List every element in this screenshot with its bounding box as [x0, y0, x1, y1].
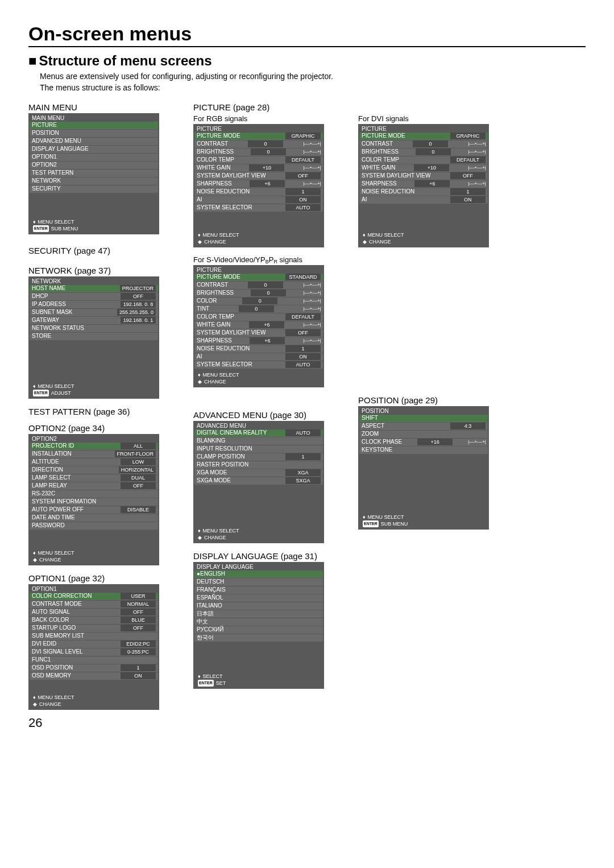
advanced-menu-box: ADVANCED MENU DIGITAL CINEMA REALITYAUTO… — [193, 421, 324, 543]
menu-row[interactable]: BRIGHTNESS0 |-—+—-+| — [194, 148, 323, 156]
menu-row[interactable]: POSITION — [30, 130, 158, 137]
menu-row[interactable]: COLOR CORRECTIONUSER — [30, 593, 158, 600]
menu-row[interactable]: BLANKING — [194, 437, 323, 445]
menu-row[interactable]: SYSTEM SELECTORAUTO — [194, 204, 323, 212]
enter-icon: ENTER — [363, 520, 379, 527]
menu-row[interactable]: ASPECT4:3 — [359, 423, 488, 430]
menu-row[interactable]: SUB MEMORY LIST — [30, 633, 158, 640]
menu-row[interactable]: PASSWORD — [30, 522, 158, 530]
menu-row[interactable]: NOISE REDUCTION1 — [359, 188, 488, 196]
menu-row[interactable]: SYSTEM DAYLIGHT VIEWOFF — [194, 329, 323, 337]
menu-row[interactable]: DVI SIGNAL LEVEL0-255:PC — [30, 648, 158, 656]
menu-row[interactable]: OSD POSITION1 — [30, 664, 158, 672]
menu-row[interactable]: PICTURE MODEGRAPHIC — [194, 133, 323, 140]
menu-row[interactable]: SHIFT — [359, 415, 488, 422]
menu-row[interactable]: SUBNET MASK255.255.255. 0 — [30, 309, 158, 316]
menu-row[interactable]: AUTO POWER OFFDISABLE — [30, 506, 158, 514]
menu-row[interactable]: DISPLAY LANGUAGE — [30, 146, 158, 153]
menu-row[interactable]: RASTER POSITION — [194, 461, 323, 469]
menu-row[interactable]: RS-232C — [30, 490, 158, 498]
menu-row[interactable]: CONTRAST MODENORMAL — [30, 601, 158, 608]
for-svideo-label: For S-Video/Video/YPBPR signals — [193, 255, 341, 264]
menu-row[interactable]: INSTALLATIONFRONT-FLOOR — [30, 450, 158, 458]
updown-icon: ♦ — [363, 232, 366, 238]
menu-row[interactable]: SECURITY — [30, 185, 158, 193]
menu-row[interactable]: DEUTSCH — [194, 578, 323, 586]
menu-row[interactable]: ●ENGLISH — [194, 571, 323, 578]
menu-row[interactable]: BRIGHTNESS0 |-—+—-+| — [359, 148, 488, 156]
menu-row[interactable]: KEYSTONE — [359, 447, 488, 454]
menu-row[interactable]: PICTURE MODEGRAPHIC — [359, 133, 488, 140]
menu-row[interactable]: TEST PATTERN — [30, 170, 158, 177]
menu-row[interactable]: NETWORK STATUS — [30, 325, 158, 332]
menu-row[interactable]: DIRECTIONHORIZONTAL — [30, 466, 158, 474]
menu-row[interactable]: HOST NAMEPROJECTOR — [30, 285, 158, 292]
menu-row[interactable]: AION — [194, 353, 323, 361]
menu-row[interactable]: SYSTEM DAYLIGHT VIEWOFF — [194, 172, 323, 180]
menu-row[interactable]: NETWORK — [30, 177, 158, 185]
menu-row[interactable]: COLOR0 |-—+—-+| — [194, 297, 323, 305]
menu-row[interactable]: STARTUP LOGOOFF — [30, 625, 158, 632]
option2-label: OPTION2 (page 34) — [28, 423, 176, 433]
menu-row[interactable]: ALTITUDELOW — [30, 458, 158, 466]
menu-row[interactable]: DIGITAL CINEMA REALITYAUTO — [194, 429, 323, 437]
menu-row[interactable]: BACK COLORBLUE — [30, 617, 158, 624]
menu-row[interactable]: ESPAÑOL — [194, 594, 323, 602]
display-language-box: DISPLAY LANGUAGE ●ENGLISHDEUTSCHFRANÇAIS… — [193, 562, 324, 689]
menu-row[interactable]: INPUT RESOLUTION — [194, 445, 323, 453]
menu-row[interactable]: CONTRAST0 |-—+—-+| — [194, 140, 323, 148]
menu-row[interactable]: SYSTEM SELECTORAUTO — [194, 361, 323, 369]
menu-row[interactable]: BRIGHTNESS0 |-—+—-+| — [194, 290, 323, 297]
menu-row[interactable]: GATEWAY192.168. 0. 1 — [30, 317, 158, 324]
leftright-icon: ◆ — [33, 556, 37, 563]
menu-row[interactable]: COLOR TEMPDEFAULT — [194, 156, 323, 164]
menu-row[interactable]: WHITE GAIN+10 |-—+—-+| — [359, 164, 488, 172]
menu-row[interactable]: PROJECTOR IDALL — [30, 443, 158, 450]
page-number: 26 — [28, 716, 176, 730]
menu-row[interactable]: DVI EDIDEDID2:PC — [30, 640, 158, 648]
updown-icon: ♦ — [33, 694, 36, 701]
menu-row[interactable]: DATE AND TIME — [30, 514, 158, 522]
menu-row[interactable]: NOISE REDUCTION1 — [194, 188, 323, 196]
menu-row[interactable]: LAMP SELECTDUAL — [30, 474, 158, 482]
menu-row[interactable]: IP ADDRESS192.168. 0. 8 — [30, 301, 158, 308]
menu-row[interactable]: LAMP RELAYOFF — [30, 482, 158, 490]
menu-row[interactable]: 中文 — [194, 618, 323, 626]
menu-row[interactable]: OPTION1 — [30, 154, 158, 161]
menu-row[interactable]: WHITE GAIN+10 |-—+—-+| — [194, 164, 323, 172]
menu-row[interactable]: AUTO SIGNALOFF — [30, 609, 158, 616]
menu-row[interactable]: NOISE REDUCTION1 — [194, 345, 323, 353]
enter-icon: ENTER — [33, 390, 49, 396]
menu-row[interactable]: FUNC1 — [30, 656, 158, 664]
menu-row[interactable]: ITALIANO — [194, 602, 323, 610]
menu-row[interactable]: 日本語 — [194, 610, 323, 618]
menu-row[interactable]: ZOOM — [359, 431, 488, 438]
menu-row[interactable]: FRANÇAIS — [194, 586, 323, 594]
menu-row[interactable]: COLOR TEMPDEFAULT — [359, 156, 488, 164]
menu-row[interactable]: CLAMP POSITION1 — [194, 453, 323, 461]
menu-row[interactable]: PICTURE MODESTANDARD — [194, 274, 323, 281]
menu-row[interactable]: SXGA MODESXGA — [194, 477, 323, 485]
menu-row[interactable]: COLOR TEMPDEFAULT — [194, 313, 323, 321]
menu-row[interactable]: OSD MEMORYON — [30, 672, 158, 680]
menu-row[interactable]: SYSTEM DAYLIGHT VIEWOFF — [359, 172, 488, 180]
menu-row[interactable]: 한국어 — [194, 634, 323, 642]
menu-row[interactable]: XGA MODEXGA — [194, 469, 323, 477]
menu-row[interactable]: ADVANCED MENU — [30, 138, 158, 145]
menu-row[interactable]: STORE — [30, 333, 158, 340]
menu-row[interactable]: CONTRAST0 |-—+—-+| — [359, 140, 488, 148]
menu-row[interactable]: TINT0 |-—+—-+| — [194, 305, 323, 313]
menu-row[interactable]: SHARPNESS+6 |-—+—-+| — [194, 337, 323, 345]
menu-row[interactable]: OPTION2 — [30, 162, 158, 169]
menu-row[interactable]: DHCPOFF — [30, 293, 158, 300]
menu-row[interactable]: PICTURE — [30, 122, 158, 129]
menu-row[interactable]: WHITE GAIN+6 |-—+—-+| — [194, 321, 323, 329]
menu-row[interactable]: AION — [194, 196, 323, 204]
menu-row[interactable]: CONTRAST0 |-—+—-+| — [194, 282, 323, 289]
menu-row[interactable]: SHARPNESS+6 |-—+—-+| — [194, 180, 323, 188]
menu-row[interactable]: CLOCK PHASE+16 |-—+—-+| — [359, 439, 488, 446]
menu-row[interactable]: РУССКИЙ — [194, 626, 323, 634]
menu-row[interactable]: SYSTEM INFORMATION — [30, 498, 158, 506]
menu-row[interactable]: AION — [359, 196, 488, 204]
menu-row[interactable]: SHARPNESS+6 |-—+—-+| — [359, 180, 488, 188]
